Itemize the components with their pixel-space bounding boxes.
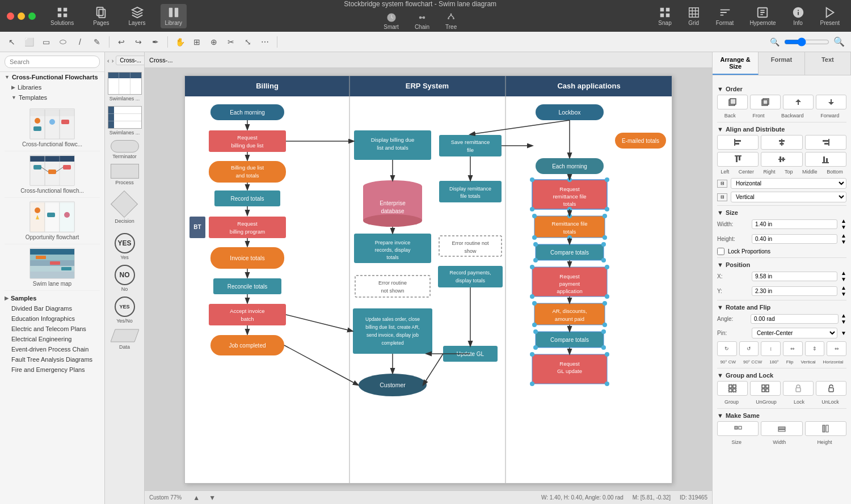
sidebar-item-electrical[interactable]: Electrical Engineering [0, 334, 104, 344]
align-bottom-button[interactable] [805, 152, 846, 167]
present-button[interactable]: Present [816, 4, 844, 28]
rect-tool[interactable]: ▭ [39, 35, 53, 49]
lock-proportions-checkbox[interactable] [717, 248, 724, 255]
group-button[interactable] [717, 381, 748, 396]
align-middle-button[interactable] [761, 152, 802, 167]
shape-yes[interactable]: YES Yes [115, 233, 135, 260]
flip-button[interactable]: ⇔ [783, 341, 803, 356]
height-stepper[interactable]: ▲ ▼ [841, 233, 846, 245]
shape-terminator[interactable]: Terminator [111, 140, 139, 159]
width-input[interactable] [752, 219, 837, 229]
sidebar-item-libraries[interactable]: ▶ Libraries [0, 82, 104, 92]
backward-button[interactable] [783, 95, 814, 109]
hypernote-button[interactable]: Hypernote [745, 4, 780, 28]
rotate-90cw-button[interactable]: ↻ [717, 341, 737, 356]
shape-no[interactable]: NO No [115, 265, 135, 292]
sidebar-item-fire[interactable]: Fire and Emergency Plans [0, 365, 104, 375]
make-same-size-button[interactable] [717, 421, 759, 436]
undo-tool[interactable]: ↩ [114, 35, 129, 49]
shape-swimlane2[interactable]: Swimlanes ... [108, 106, 142, 135]
tab-format[interactable]: Format [759, 52, 804, 75]
nav-forward[interactable]: › [112, 57, 114, 64]
height-input[interactable] [752, 234, 837, 244]
sidebar-item-event-driven[interactable]: Event-driven Process Chain [0, 344, 104, 354]
tab-arrange-size[interactable]: Arrange & Size [713, 52, 759, 75]
rotate-90ccw-button[interactable]: ↺ [739, 341, 759, 356]
shape-swimlane1[interactable]: Swimlanes ... [108, 72, 142, 101]
smart-button[interactable]: Smart [379, 10, 403, 32]
minimize-button[interactable] [18, 12, 25, 20]
shape-process[interactable]: Process [111, 164, 139, 185]
nav-back[interactable]: ‹ [107, 57, 109, 64]
front-button[interactable] [750, 95, 781, 109]
template-item[interactable]: Swim lane map [5, 244, 100, 291]
align-right-button[interactable] [805, 135, 846, 150]
x-stepper[interactable]: ▲ ▼ [841, 270, 846, 282]
sidebar-item-fault-tree[interactable]: Fault Tree Analysis Diagrams [0, 354, 104, 365]
back-button[interactable] [717, 95, 748, 109]
zoom-down-btn[interactable]: ▼ [209, 494, 216, 502]
crop-tool[interactable]: ✂ [224, 35, 238, 49]
hand-tool[interactable]: ✋ [172, 35, 187, 49]
align-left-button[interactable] [717, 135, 759, 150]
transform-tool[interactable]: ⤡ [241, 35, 255, 49]
shape-data[interactable]: Data [111, 328, 139, 350]
tab-text[interactable]: Text [805, 52, 851, 75]
tree-button[interactable]: Tree [441, 10, 461, 32]
h-align-select[interactable]: Horizontal [731, 178, 846, 189]
sidebar-item-crossfunctional[interactable]: ▼ Cross-Functional Flowcharts [0, 72, 104, 82]
solutions-button[interactable]: Solutions [46, 4, 78, 28]
select-tool[interactable]: ↖ [5, 35, 19, 49]
sidebar-item-education[interactable]: Education Infographics [0, 314, 104, 324]
swimlane-selector[interactable]: Cross-... [116, 56, 145, 65]
flip-vertical-button[interactable]: ⇕ [805, 341, 825, 356]
snap-button[interactable]: Snap [654, 4, 676, 28]
zoom-in-btn[interactable]: 🔍 [832, 35, 846, 49]
library-button[interactable]: Library [161, 4, 187, 28]
close-button[interactable] [7, 12, 14, 20]
template-item[interactable]: Cross-functional flowc... [5, 105, 100, 151]
format-button[interactable]: Format [711, 4, 739, 28]
rotate-180-button[interactable]: ↕ [761, 341, 781, 356]
align-center-button[interactable] [761, 135, 802, 150]
y-input[interactable] [752, 286, 837, 296]
template-item[interactable]: Opportunity flowchart [5, 198, 100, 244]
grid-button[interactable]: Grid [683, 4, 705, 28]
zoom-up-btn[interactable]: ▲ [193, 494, 200, 502]
sidebar-item-samples[interactable]: ▶ Samples [0, 293, 104, 303]
search-input[interactable] [5, 56, 100, 68]
sidebar-item-electric-telecom[interactable]: Electric and Telecom Plans [0, 324, 104, 334]
pin-select[interactable]: Center-Center [752, 328, 837, 338]
zoom-slider[interactable] [784, 37, 829, 46]
maximize-button[interactable] [28, 12, 36, 20]
angle-stepper[interactable]: ▲ ▼ [841, 313, 846, 325]
align-top-button[interactable] [717, 152, 759, 167]
diagram[interactable]: Billing ERP System Cash applications Eac… [184, 75, 672, 484]
make-same-height-button[interactable] [805, 421, 846, 436]
line-tool[interactable]: / [73, 35, 87, 49]
canvas-content[interactable]: Billing ERP System Cash applications Eac… [145, 68, 712, 490]
select2-tool[interactable]: ⊞ [189, 35, 204, 49]
layers-button[interactable]: Layers [124, 4, 150, 28]
ink-tool[interactable]: ✒ [148, 35, 163, 49]
width-stepper[interactable]: ▲ ▼ [841, 218, 846, 230]
x-input[interactable] [752, 272, 837, 281]
v-align-select[interactable]: Vertical [731, 192, 846, 202]
shape-yesno[interactable]: YES Yes/No [115, 297, 135, 324]
make-same-width-button[interactable] [761, 421, 802, 436]
redo-tool[interactable]: ↪ [131, 35, 146, 49]
unlock-button[interactable] [816, 381, 846, 396]
zoom-out-btn[interactable]: 🔍 [767, 35, 782, 49]
ungroup-button[interactable] [750, 381, 781, 396]
angle-input[interactable] [751, 314, 839, 324]
shape-decision[interactable]: Decision [115, 194, 134, 224]
forward-button[interactable] [816, 95, 846, 109]
lock-button[interactable] [783, 381, 814, 396]
more-tool[interactable]: ⋯ [258, 35, 272, 49]
pages-button[interactable]: Pages [89, 4, 113, 28]
info-button[interactable]: Info [787, 4, 809, 28]
flip-horizontal-button[interactable]: ⇔ [827, 341, 846, 356]
sidebar-item-templates[interactable]: ▼ Templates [0, 92, 104, 103]
chain-button[interactable]: Chain [410, 10, 434, 32]
connect-tool[interactable]: ⊕ [207, 35, 221, 49]
